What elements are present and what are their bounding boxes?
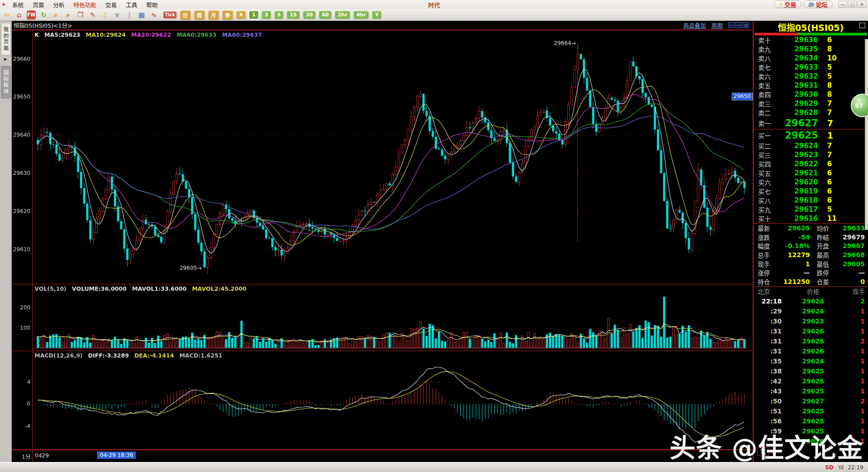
cursor-time-tag: 04-29 18:36 — [97, 452, 136, 459]
filter-icon[interactable]: ⋎ — [113, 10, 122, 20]
tick-row[interactable]: :50 29627 2 — [754, 396, 868, 406]
zoom-in-icon[interactable]: ⌕ — [64, 10, 73, 20]
bid-levels: 买二 29624 7 买三 29623 7 买四 29622 6 买五 — [754, 141, 868, 223]
refresh-icon[interactable]: ↻ — [39, 10, 48, 20]
left-sidebar: 我的页面 ▶ 国际板块 — [0, 21, 12, 462]
bid-row[interactable]: 买五 29621 6 — [754, 169, 868, 178]
period-5min[interactable]: 5 — [275, 11, 284, 19]
stat-row: 持仓 121250 仓差 0 — [754, 277, 868, 286]
overlay-icon[interactable]: ❐ — [76, 10, 85, 20]
chart-area: 恒指05(HSI05)<1分> 商品叠加 周期 ⇦ ⇨ ⊟ K MA5:2962… — [12, 21, 753, 462]
fw-icon[interactable]: FW — [27, 10, 36, 20]
period-tick[interactable]: Tick — [163, 11, 177, 18]
tick-row[interactable]: :56 29628 1 — [754, 416, 868, 426]
tick-row[interactable]: 29626 1 — [754, 436, 868, 446]
close-button[interactable]: ✕ — [858, 1, 866, 8]
ask1-row[interactable]: 卖一 29627 7 — [754, 117, 868, 129]
back-icon[interactable]: ⇦ — [2, 10, 11, 20]
price-annotation: 29605→ — [180, 265, 202, 271]
k-label: K — [35, 31, 39, 38]
draw-icon[interactable]: ✎ — [88, 10, 97, 20]
ask-row[interactable]: 卖九 29635 8 — [754, 45, 868, 54]
tick-row[interactable]: :35 29624 1 — [754, 356, 868, 366]
chart-symbol-tab[interactable]: 恒指05(HSI05)<1分> — [14, 21, 72, 30]
nav-right-icon[interactable]: ⇨ — [735, 22, 742, 28]
menu-item[interactable]: 交易 — [101, 0, 121, 10]
period-week[interactable]: 周 — [194, 10, 205, 20]
period-3min[interactable]: 3 — [262, 11, 271, 19]
menu-item[interactable]: 帮助 — [142, 0, 162, 10]
menu-item[interactable]: 分析 — [49, 0, 69, 10]
macd-value: MACD:1.6251 — [179, 352, 222, 359]
period-4hr[interactable]: 4hr — [354, 11, 369, 19]
period-2hr[interactable]: 2hr — [335, 11, 350, 19]
ask-row[interactable]: 卖四 29630 8 — [754, 90, 868, 99]
trend-chart-icon[interactable]: ∿ — [149, 10, 158, 20]
ask-row[interactable]: 卖二 29628 7 — [754, 108, 868, 117]
period-x[interactable]: X — [237, 11, 246, 19]
home-icon[interactable]: ⌂ — [15, 10, 24, 20]
menu-item[interactable]: 工具 — [121, 0, 142, 10]
nav-left-icon[interactable]: ⇦ — [728, 22, 735, 28]
bid-row[interactable]: 买三 29623 7 — [754, 150, 868, 159]
sidebar-tab-international[interactable]: 国际板块 — [1, 66, 11, 99]
panel-restore-icon[interactable] — [859, 23, 865, 28]
macd-canvas[interactable] — [12, 351, 753, 450]
tick-row[interactable]: :42 29626 1 — [754, 376, 868, 386]
ask-row[interactable]: 卖六 29632 5 — [754, 72, 868, 81]
diff-value: DIFF:-3.3289 — [88, 352, 129, 359]
period-month[interactable]: 月 — [208, 10, 219, 20]
bid-row[interactable]: 买六 29620 6 — [754, 178, 868, 187]
period-60min[interactable]: 60 — [319, 11, 331, 19]
sidebar-tab-my-pages[interactable]: 我的页面 — [1, 23, 11, 55]
bid-row[interactable]: 买十 29616 11 — [754, 214, 868, 223]
tab-bi[interactable]: 笔 — [757, 447, 769, 456]
bid-row[interactable]: 买八 29618 6 — [754, 196, 868, 205]
minimize-button[interactable]: — — [838, 1, 847, 8]
overlay-link[interactable]: 商品叠加 — [683, 21, 706, 30]
ask-row[interactable]: 卖八 29634 10 — [754, 54, 868, 63]
trade-button[interactable]: ⚡ 交易 — [774, 0, 801, 8]
tick-row[interactable]: :30 29623 1 — [754, 316, 868, 326]
zoom-out-icon[interactable]: ⌕ — [51, 10, 60, 20]
period-1min[interactable]: 1 — [249, 11, 258, 19]
main-chart-canvas[interactable] — [12, 30, 753, 284]
toolbar-divider[interactable]: | — [125, 10, 134, 20]
bid-row[interactable]: 买二 29624 7 — [754, 141, 868, 150]
tick-row[interactable]: :43 29625 1 — [754, 386, 868, 396]
menu-item[interactable]: 页面 — [28, 0, 49, 10]
menu-item[interactable]: 特色功能 — [69, 0, 101, 10]
ask-row[interactable]: 卖五 29631 8 — [754, 81, 868, 90]
tick-row[interactable]: :29 29624 1 — [754, 306, 868, 316]
tick-row[interactable]: :59 29625 1 — [754, 426, 868, 436]
panel-scrollbar[interactable] — [865, 39, 868, 230]
volume-canvas[interactable] — [12, 284, 753, 351]
bid-row[interactable]: 买九 29617 5 — [754, 205, 868, 214]
bid-row[interactable]: 买七 29619 6 — [754, 187, 868, 196]
period-quarter[interactable]: 季 — [222, 10, 233, 20]
tick-row[interactable]: :31 29626 1 — [754, 346, 868, 356]
bid1-row[interactable]: 买一 29625 1 — [754, 129, 868, 141]
period-15min[interactable]: 15 — [287, 11, 299, 19]
period-year[interactable]: Y — [372, 11, 381, 19]
quote-table-icon[interactable]: ▦ — [137, 10, 146, 20]
split-view-icon[interactable]: ⊟ — [743, 22, 749, 28]
bid-row[interactable]: 买四 29622 6 — [754, 159, 868, 169]
tick-row[interactable]: :51 29625 1 — [754, 406, 868, 416]
sidebar-expand-arrow-icon[interactable]: ▶ — [0, 57, 11, 61]
macd-name: MACD(12,26,9) — [35, 352, 83, 359]
maximize-button[interactable]: ▢ — [848, 1, 857, 8]
tick-row[interactable]: :31 29626 2 — [754, 336, 868, 346]
alert-icon[interactable]: ♪ — [100, 10, 109, 20]
menu-item[interactable]: 系统 — [8, 0, 28, 10]
ask-row[interactable]: 卖十 29636 6 — [754, 35, 868, 45]
tick-row[interactable]: :31 29626 1 — [754, 326, 868, 336]
signal-icon: Y.ıl — [838, 464, 843, 471]
forum-button[interactable]: 论坛 — [804, 0, 833, 8]
period-day[interactable]: 日 — [180, 10, 191, 20]
tick-row[interactable]: 22:18 29624 2 — [754, 296, 868, 306]
period-link[interactable]: 周期 — [711, 21, 723, 30]
period-30min[interactable]: 30 — [303, 11, 316, 19]
tick-row[interactable]: :38 29625 1 — [754, 366, 868, 376]
ask-row[interactable]: 卖七 29633 5 — [754, 63, 868, 72]
